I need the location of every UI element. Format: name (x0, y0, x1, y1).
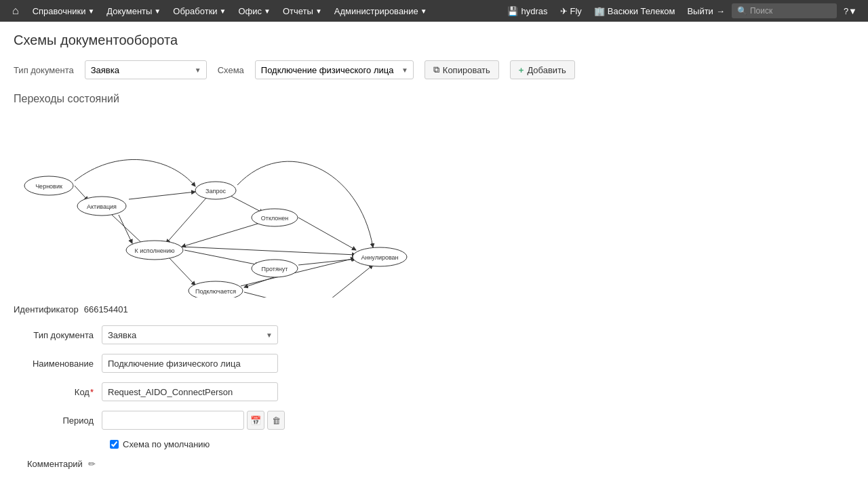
fly-icon: ✈ (560, 6, 568, 16)
svg-line-16 (166, 197, 207, 243)
company-icon: 🏢 (594, 6, 605, 16)
field-row-code: Код (14, 382, 854, 401)
schema-select[interactable]: Подключение физического лица (255, 60, 414, 79)
field-doc-type-label: Тип документа (14, 330, 102, 340)
field-doc-type-select-wrapper: Заявка ▼ (102, 325, 278, 344)
logout-arrow-icon: → (716, 6, 725, 16)
main-content: Схемы документооборота Тип документа Зая… (0, 22, 868, 480)
id-row: Идентификатор 666154401 (14, 304, 854, 314)
search-input[interactable] (750, 6, 831, 16)
nav-arrow-dokumenty: ▼ (154, 7, 161, 15)
doc-type-select-wrapper: Заявка ▼ (85, 60, 207, 79)
default-schema-checkbox[interactable] (110, 440, 119, 449)
field-period-group: 📅 🗑 (102, 411, 285, 430)
nav-ofis[interactable]: Офис ▼ (233, 0, 275, 22)
comment-row: Комментарий ✏ (27, 459, 854, 469)
comment-label: Комментарий (27, 459, 83, 469)
toolbar-row: Тип документа Заявка ▼ Схема Подключение… (14, 60, 854, 79)
add-button[interactable]: + Добавить (510, 60, 575, 79)
search-icon: 🔍 (737, 6, 747, 16)
disk-icon: 💾 (507, 6, 518, 16)
field-row-period: Период 📅 🗑 (14, 411, 854, 430)
field-doc-type-select[interactable]: Заявка (102, 325, 278, 344)
clear-period-button[interactable]: 🗑 (267, 411, 285, 430)
field-row-doc-type: Тип документа Заявка ▼ (14, 325, 854, 344)
doc-type-toolbar-label: Тип документа (14, 65, 74, 75)
svg-line-7 (298, 218, 356, 250)
help-button[interactable]: ?▼ (838, 0, 863, 22)
state-diagram: Черновик Активация Запрос Отклонен К исп… (14, 115, 434, 298)
nav-arrow-spravochniki: ▼ (87, 7, 94, 15)
nav-spravochniki[interactable]: Справочники ▼ (27, 0, 100, 22)
svg-text:К исполнению: К исполнению (135, 247, 175, 254)
default-schema-label: Схема по умолчанию (123, 439, 210, 449)
copy-button[interactable]: ⧉ Копировать (425, 60, 499, 79)
svg-line-2 (231, 196, 263, 213)
calendar-icon: 📅 (250, 415, 261, 426)
field-code-input[interactable] (102, 382, 278, 401)
navbar: ⌂ Справочники ▼ Документы ▼ Обработки ▼ … (0, 0, 868, 22)
svg-line-3 (119, 215, 132, 243)
field-name-input[interactable] (102, 354, 278, 373)
svg-line-5 (170, 258, 195, 285)
nav-arrow-obrabotki: ▼ (220, 7, 226, 15)
nav-otchety[interactable]: Отчеты ▼ (277, 0, 328, 22)
svg-text:Запрос: Запрос (205, 188, 226, 195)
plus-icon: + (519, 65, 524, 75)
field-name-label: Наименование (14, 359, 102, 369)
nav-logout[interactable]: Выйти → (682, 0, 730, 22)
svg-text:Активация: Активация (87, 203, 117, 210)
svg-line-6 (182, 247, 356, 255)
field-code-label: Код (14, 387, 102, 397)
page-title: Схемы документооборота (14, 33, 854, 48)
id-value: 666154401 (84, 304, 128, 314)
doc-type-select[interactable]: Заявка (85, 60, 207, 79)
section-title: Переходы состояний (14, 93, 854, 105)
svg-text:Черновик: Черновик (35, 183, 62, 190)
field-period-label: Период (14, 415, 102, 426)
nav-arrow-admin: ▼ (420, 7, 427, 15)
svg-text:Аннулирован: Аннулирован (361, 254, 398, 261)
nav-arrow-otchety: ▼ (315, 7, 322, 15)
trash-icon: 🗑 (272, 415, 281, 426)
nav-arrow-ofis: ▼ (264, 7, 271, 15)
field-period-input[interactable] (102, 411, 244, 430)
nav-obrabotki[interactable]: Обработки ▼ (167, 0, 231, 22)
svg-text:Подключается: Подключается (195, 288, 236, 295)
svg-text:Отклонен: Отклонен (261, 215, 288, 222)
edit-comment-icon[interactable]: ✏ (88, 459, 96, 469)
home-button[interactable]: ⌂ (5, 0, 26, 22)
id-label: Идентификатор (14, 304, 79, 314)
svg-text:Протянут: Протянут (262, 266, 288, 272)
svg-line-14 (324, 265, 373, 298)
svg-line-11 (244, 292, 302, 298)
svg-line-8 (182, 222, 264, 247)
nav-hydras[interactable]: 💾 hydras (502, 0, 553, 22)
schema-select-wrapper: Подключение физического лица ▼ (255, 60, 414, 79)
nav-administrirovanie[interactable]: Администрирование ▼ (329, 0, 433, 22)
nav-vasyuki[interactable]: 🏢 Васюки Телеком (589, 0, 681, 22)
field-row-name: Наименование (14, 354, 854, 373)
schema-toolbar-label: Схема (218, 65, 244, 75)
svg-line-1 (129, 192, 195, 199)
search-box[interactable]: 🔍 (732, 3, 837, 18)
nav-fly[interactable]: ✈ Fly (555, 0, 587, 22)
diagram-container: Черновик Активация Запрос Отклонен К исп… (14, 115, 434, 291)
svg-line-10 (244, 276, 278, 287)
copy-icon: ⧉ (433, 64, 439, 75)
nav-dokumenty[interactable]: Документы ▼ (101, 0, 166, 22)
checkbox-row-default: Схема по умолчанию (110, 439, 854, 449)
svg-line-4 (184, 250, 259, 265)
calendar-button[interactable]: 📅 (247, 411, 264, 430)
